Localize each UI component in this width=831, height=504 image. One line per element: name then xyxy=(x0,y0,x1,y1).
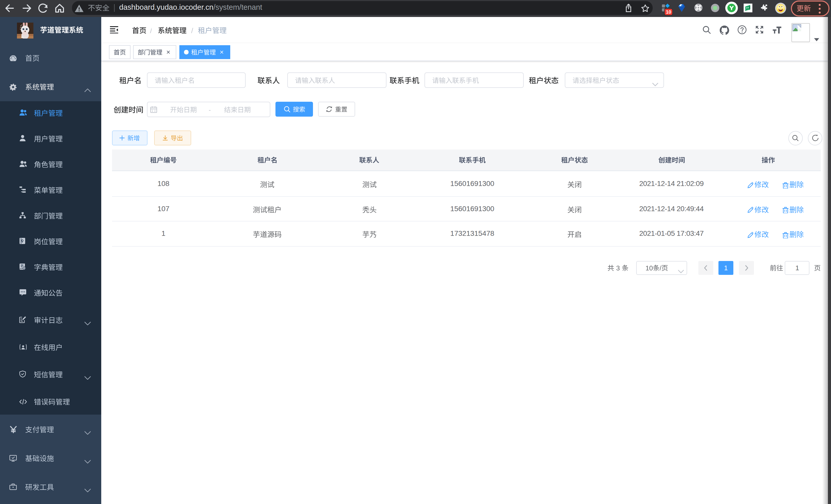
svg-text:10: 10 xyxy=(666,9,671,15)
